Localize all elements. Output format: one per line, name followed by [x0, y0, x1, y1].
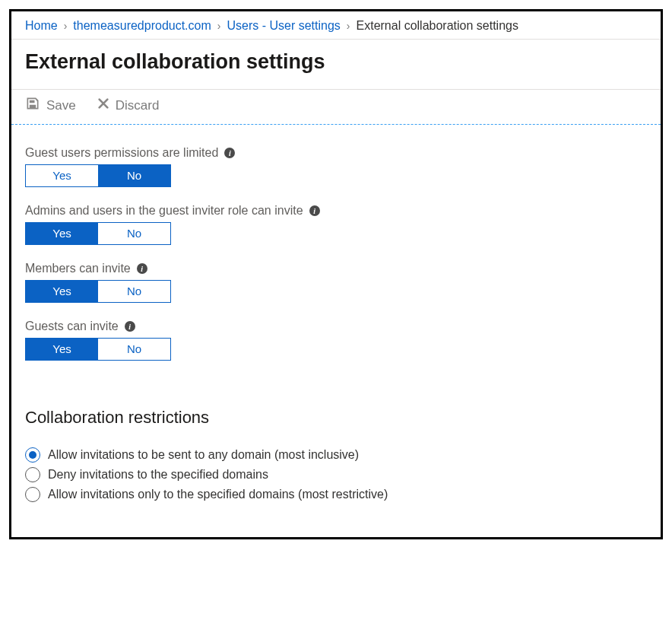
setting-label: Members can invite: [25, 262, 131, 275]
toggle-admins-inviter[interactable]: Yes No: [25, 222, 171, 245]
info-icon[interactable]: i: [309, 205, 320, 216]
setting-admins-inviter: Admins and users in the guest inviter ro…: [25, 204, 647, 245]
toggle-no[interactable]: No: [98, 165, 170, 186]
chevron-right-icon: ›: [345, 20, 352, 32]
breadcrumb: Home › themeasuredproduct.com › Users - …: [11, 11, 661, 40]
toggle-guests-invite[interactable]: Yes No: [25, 338, 171, 361]
radio-deny-specified[interactable]: Deny invitations to the specified domain…: [25, 467, 647, 482]
radio-allow-only-specified[interactable]: Allow invitations only to the specified …: [25, 487, 647, 502]
chevron-right-icon: ›: [216, 20, 223, 32]
discard-button[interactable]: Discard: [97, 97, 160, 113]
breadcrumb-tenant[interactable]: themeasuredproduct.com: [73, 19, 211, 33]
toggle-no[interactable]: No: [98, 223, 170, 244]
breadcrumb-users[interactable]: Users - User settings: [227, 19, 340, 33]
save-button-label: Save: [46, 98, 76, 113]
toggle-yes[interactable]: Yes: [26, 165, 98, 186]
radio-icon: [25, 467, 40, 482]
toggle-yes[interactable]: Yes: [26, 339, 98, 360]
toggle-guest-permissions[interactable]: Yes No: [25, 164, 171, 187]
radio-allow-any-domain[interactable]: Allow invitations to be sent to any doma…: [25, 447, 647, 463]
radio-icon: [25, 487, 40, 502]
toggle-no[interactable]: No: [98, 281, 170, 302]
info-icon[interactable]: i: [125, 321, 135, 332]
setting-label: Guests can invite: [25, 320, 119, 333]
radio-icon: [25, 447, 40, 463]
setting-members-invite: Members can invite i Yes No: [25, 262, 647, 303]
breadcrumb-current: External collaboration settings: [357, 19, 518, 33]
chevron-right-icon: ›: [62, 20, 69, 32]
breadcrumb-home[interactable]: Home: [25, 19, 58, 33]
settings-page: Home › themeasuredproduct.com › Users - …: [9, 9, 663, 539]
close-icon: [97, 97, 109, 113]
setting-guests-invite: Guests can invite i Yes No: [25, 320, 647, 361]
toolbar: Save Discard: [11, 89, 661, 125]
toggle-members-invite[interactable]: Yes No: [25, 280, 171, 303]
collab-restrictions-options: Allow invitations to be sent to any doma…: [11, 431, 661, 502]
setting-guest-permissions: Guest users permissions are limited i Ye…: [25, 146, 647, 187]
radio-label: Allow invitations to be sent to any doma…: [48, 448, 359, 462]
setting-label: Guest users permissions are limited: [25, 146, 218, 160]
radio-label: Allow invitations only to the specified …: [48, 488, 388, 501]
toggle-yes[interactable]: Yes: [26, 223, 98, 244]
info-icon[interactable]: i: [224, 148, 235, 158]
save-icon: [25, 96, 40, 115]
collab-restrictions-heading: Collaboration restrictions: [11, 377, 661, 431]
radio-label: Deny invitations to the specified domain…: [48, 468, 268, 482]
save-button[interactable]: Save: [25, 96, 76, 115]
toggle-no[interactable]: No: [98, 339, 170, 360]
setting-label: Admins and users in the guest inviter ro…: [25, 204, 303, 218]
discard-button-label: Discard: [116, 98, 160, 113]
toggle-yes[interactable]: Yes: [26, 281, 98, 302]
page-title: External collaboration settings: [11, 40, 661, 89]
info-icon[interactable]: i: [137, 263, 147, 274]
toggle-settings: Guest users permissions are limited i Ye…: [11, 125, 661, 361]
